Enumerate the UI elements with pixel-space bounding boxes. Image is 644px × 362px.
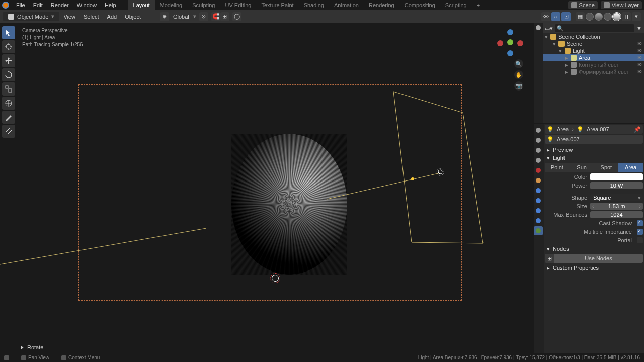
tool-scale[interactable]	[2, 82, 15, 96]
pivot-icon[interactable]: ⊙	[199, 12, 208, 21]
tab-texpaint[interactable]: Texture Paint	[256, 0, 298, 10]
light-type-area[interactable]: Area	[618, 163, 643, 172]
eye-icon[interactable]: 👁	[637, 69, 642, 75]
outliner-item[interactable]: ▾ Light 👁	[543, 47, 644, 54]
xray-toggle[interactable]: ▦	[576, 12, 585, 21]
outliner-search[interactable]: 🔍	[555, 24, 634, 32]
power-field[interactable]: 10 W	[590, 182, 643, 189]
outliner-item-selected[interactable]: ▸ Area 👁	[543, 54, 644, 61]
shading-solid[interactable]	[595, 13, 603, 21]
orientation-select[interactable]: Global	[169, 14, 193, 20]
prop-tab-viewlayer[interactable]	[534, 146, 543, 155]
shape-select[interactable]: Square▾	[590, 194, 643, 201]
outliner-item[interactable]: ▸ Контурный свет 👁	[543, 61, 644, 68]
menu-object[interactable]: Object	[121, 14, 145, 20]
tab-sculpting[interactable]: Sculpting	[187, 0, 220, 10]
shading-rendered[interactable]	[613, 13, 621, 21]
light-type-spot[interactable]: Spot	[594, 163, 619, 172]
prop-tab-constraints[interactable]	[534, 216, 543, 225]
panel-nodes[interactable]: ▾Nodes	[545, 245, 643, 253]
outliner-item[interactable]: ▾ Scene 👁	[543, 40, 644, 47]
tool-rotate[interactable]	[2, 68, 15, 81]
scene-selector[interactable]: Scene	[568, 1, 598, 9]
prop-tab-particles[interactable]	[534, 196, 543, 205]
outliner-editor-type[interactable]	[534, 23, 543, 32]
tab-add[interactable]: +	[472, 0, 485, 10]
tab-shading[interactable]: Shading	[299, 0, 329, 10]
tab-uv[interactable]: UV Editing	[220, 0, 256, 10]
panel-light[interactable]: ▾Light	[545, 154, 643, 162]
visibility-filter[interactable]: 👁	[541, 12, 550, 21]
datablock-name[interactable]: Area.007	[557, 136, 641, 142]
color-swatch[interactable]	[590, 173, 643, 180]
nav-zoom[interactable]: 🔍	[514, 59, 523, 68]
tool-measure[interactable]	[2, 125, 15, 138]
light-type-point[interactable]: Point	[545, 163, 570, 172]
prop-tab-scene[interactable]	[534, 156, 543, 165]
tab-rendering[interactable]: Rendering	[364, 0, 399, 10]
menu-select[interactable]: Select	[79, 14, 103, 20]
tab-scripting[interactable]: Scripting	[440, 0, 472, 10]
mode-select[interactable]: Object Mode ▾	[3, 12, 59, 21]
tab-animation[interactable]: Animation	[329, 0, 364, 10]
menu-add[interactable]: Add	[103, 14, 121, 20]
panel-custom-props[interactable]: ▸Custom Properties	[545, 264, 643, 272]
use-nodes-button[interactable]: Use Nodes	[554, 254, 643, 263]
shading-wire[interactable]	[586, 13, 594, 21]
snap-target[interactable]: ⊞	[220, 12, 229, 21]
tool-cursor[interactable]	[2, 40, 15, 53]
nav-pan[interactable]: ✋	[514, 70, 523, 79]
eye-icon[interactable]: 👁	[637, 48, 642, 54]
prop-tab-modifiers[interactable]	[534, 186, 543, 195]
shading-popover[interactable]: ▾	[632, 12, 641, 21]
portal-checkbox[interactable]	[637, 237, 643, 243]
pause-render[interactable]: ⏸	[622, 12, 631, 21]
menu-edit[interactable]: Edit	[29, 2, 47, 8]
tool-transform[interactable]	[2, 97, 15, 110]
shading-matprev[interactable]	[604, 13, 612, 21]
bounces-field[interactable]: 1024	[590, 211, 643, 218]
cast-shadow-checkbox[interactable]	[637, 220, 643, 226]
snap-toggle[interactable]: 🧲	[211, 12, 220, 21]
prop-tab-physics[interactable]	[534, 206, 543, 215]
tool-move[interactable]	[2, 54, 15, 67]
eye-icon[interactable]: 👁	[637, 62, 642, 68]
menu-help[interactable]: Help	[101, 2, 120, 8]
prop-tab-object[interactable]	[534, 176, 543, 185]
menu-render[interactable]: Render	[47, 2, 73, 8]
pin-icon[interactable]: 📌	[634, 126, 641, 133]
prop-tab-data[interactable]	[534, 226, 543, 235]
prop-tab-output[interactable]	[534, 136, 543, 145]
prop-tab-world[interactable]	[534, 166, 543, 175]
tab-compositing[interactable]: Compositing	[399, 0, 440, 10]
tab-modeling[interactable]: Modeling	[155, 0, 188, 10]
nav-camera[interactable]: 📷	[514, 81, 523, 90]
proportional-edit[interactable]: ◯	[232, 12, 242, 21]
navigation-gizmo[interactable]	[495, 27, 525, 57]
prop-tab-render[interactable]	[534, 126, 543, 135]
multi-importance-checkbox[interactable]	[637, 229, 643, 235]
overlays-toggle[interactable]: ⊡	[561, 12, 571, 21]
last-operator[interactable]: Rotate	[20, 344, 43, 350]
viewlayer-selector[interactable]: View Layer	[601, 1, 642, 9]
menu-view[interactable]: View	[59, 14, 79, 20]
outliner-root[interactable]: ▾ Scene Collection	[543, 33, 644, 40]
tab-layout[interactable]: Layout	[128, 0, 155, 10]
tool-select[interactable]	[2, 26, 15, 39]
collection-icon	[558, 41, 565, 47]
orientation-icon[interactable]: ⊕	[160, 12, 169, 21]
gizmo-toggle[interactable]: ↔	[551, 12, 560, 21]
panel-preview[interactable]: ▸Preview	[545, 146, 643, 154]
rendered-sphere	[231, 134, 347, 275]
outliner-filter[interactable]: ▼	[636, 25, 642, 31]
size-field[interactable]: ‹1.53 m›	[590, 203, 643, 210]
menu-file[interactable]: File	[12, 2, 29, 8]
menu-window[interactable]: Window	[73, 2, 101, 8]
outliner-display-mode[interactable]: ▭▾	[545, 25, 553, 32]
tool-annotate[interactable]	[2, 111, 15, 124]
eye-icon[interactable]: 👁	[637, 55, 642, 61]
viewport-3d[interactable]: Camera Perspective (1) Light | Area Path…	[0, 23, 533, 353]
eye-icon[interactable]: 👁	[637, 41, 642, 47]
light-type-sun[interactable]: Sun	[570, 163, 594, 172]
outliner-item[interactable]: ▸ Формирующий свет 👁	[543, 68, 644, 75]
